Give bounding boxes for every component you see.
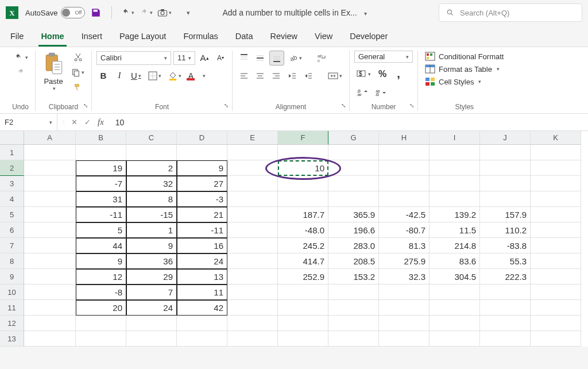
cell-J1[interactable] — [480, 145, 531, 160]
cell-D13[interactable] — [177, 331, 227, 347]
cell-I13[interactable] — [430, 331, 480, 347]
cell-J4[interactable] — [480, 191, 531, 207]
formula-input[interactable]: 10 — [110, 118, 588, 127]
alignment-dialog-launcher[interactable]: ⤡ — [340, 101, 347, 110]
column-header-D[interactable]: D — [177, 131, 227, 145]
cell-B11[interactable]: 20 — [76, 300, 126, 316]
cell-C11[interactable]: 24 — [126, 300, 177, 316]
cell-I7[interactable]: 214.8 — [430, 238, 480, 253]
cell-F9[interactable]: 252.9 — [278, 269, 328, 285]
cell-F1[interactable] — [278, 145, 328, 160]
cell-B6[interactable]: 5 — [76, 222, 126, 238]
column-header-H[interactable]: H — [379, 131, 430, 145]
cell-F3[interactable] — [278, 176, 328, 191]
decrease-indent-button[interactable] — [285, 69, 299, 83]
column-header-B[interactable]: B — [76, 131, 126, 145]
cell-B4[interactable]: 31 — [76, 191, 126, 207]
row-header-3[interactable]: 3 — [0, 176, 24, 191]
cell-G6[interactable]: 196.6 — [328, 222, 379, 238]
cell-A10[interactable] — [24, 285, 76, 300]
cell-F5[interactable]: 187.7 — [278, 207, 328, 222]
row-header-13[interactable]: 13 — [0, 331, 24, 347]
number-dialog-launcher[interactable]: ⤡ — [408, 101, 415, 110]
cell-A4[interactable] — [24, 191, 76, 207]
cell-D4[interactable]: -3 — [177, 191, 227, 207]
font-size-select[interactable]: 11▾ — [173, 51, 195, 65]
cell-C12[interactable] — [126, 316, 177, 331]
column-header-A[interactable]: A — [24, 131, 76, 145]
cell-G9[interactable]: 153.2 — [328, 269, 379, 285]
cell-J10[interactable] — [480, 285, 531, 300]
autosave-control[interactable]: AutoSave Off — [25, 7, 85, 18]
cell-I9[interactable]: 304.5 — [430, 269, 480, 285]
cell-E8[interactable] — [227, 253, 278, 269]
search-input[interactable]: Search (Alt+Q) — [439, 3, 582, 22]
row-header-11[interactable]: 11 — [0, 300, 24, 316]
cell-K8[interactable] — [531, 253, 581, 269]
cell-B8[interactable]: 9 — [76, 253, 126, 269]
tab-insert[interactable]: Insert — [79, 27, 105, 47]
cell-A3[interactable] — [24, 176, 76, 191]
tab-home[interactable]: Home — [38, 27, 66, 47]
cell-J13[interactable] — [480, 331, 531, 347]
cell-H11[interactable] — [379, 300, 430, 316]
autosave-toggle[interactable]: Off — [61, 7, 85, 18]
cell-H4[interactable] — [379, 191, 430, 207]
align-top-button[interactable] — [237, 51, 251, 65]
tab-review[interactable]: Review — [268, 27, 300, 47]
cell-K12[interactable] — [531, 316, 581, 331]
orientation-button[interactable]: ab▾ — [287, 51, 304, 65]
cell-F6[interactable]: -48.0 — [278, 222, 328, 238]
cell-I1[interactable] — [430, 145, 480, 160]
camera-button[interactable]: ▾ — [157, 5, 172, 20]
cell-H5[interactable]: -42.5 — [379, 207, 430, 222]
tab-page-layout[interactable]: Page Layout — [117, 27, 168, 47]
column-header-G[interactable]: G — [328, 131, 379, 145]
cell-A12[interactable] — [24, 316, 76, 331]
row-header-2[interactable]: 2 — [0, 160, 24, 176]
cell-J2[interactable] — [480, 160, 531, 176]
enter-formula-button[interactable]: ✓ — [82, 117, 93, 128]
fill-color-button[interactable]: ▾ — [166, 69, 184, 83]
cell-D1[interactable] — [177, 145, 227, 160]
cell-C4[interactable]: 8 — [126, 191, 177, 207]
name-box-dropdown-icon[interactable]: ▾ — [49, 120, 52, 125]
font-dialog-launcher[interactable]: ⤡ — [223, 101, 230, 110]
merge-center-button[interactable]: ▾ — [326, 69, 345, 83]
cell-E4[interactable] — [227, 191, 278, 207]
cell-E12[interactable] — [227, 316, 278, 331]
copy-button[interactable]: ▾ — [69, 66, 87, 79]
cell-K10[interactable] — [531, 285, 581, 300]
row-header-10[interactable]: 10 — [0, 285, 24, 300]
row-header-7[interactable]: 7 — [0, 238, 24, 253]
cell-E9[interactable] — [227, 269, 278, 285]
cell-H12[interactable] — [379, 316, 430, 331]
cell-D7[interactable]: 16 — [177, 238, 227, 253]
cell-A9[interactable] — [24, 269, 76, 285]
cell-A13[interactable] — [24, 331, 76, 347]
cell-G8[interactable]: 208.5 — [328, 253, 379, 269]
row-header-4[interactable]: 4 — [0, 191, 24, 207]
cell-F10[interactable] — [278, 285, 328, 300]
cell-C8[interactable]: 36 — [126, 253, 177, 269]
fx-menu-icon[interactable]: ⋮ — [61, 119, 67, 125]
cell-D2[interactable]: 9 — [177, 160, 227, 176]
cell-F13[interactable] — [278, 331, 328, 347]
number-format-select[interactable]: General▾ — [354, 51, 413, 63]
row-header-5[interactable]: 5 — [0, 207, 24, 222]
cell-K3[interactable] — [531, 176, 581, 191]
name-box[interactable]: F2 ▾ — [0, 114, 57, 130]
cell-K7[interactable] — [531, 238, 581, 253]
redo-dropdown-button[interactable] — [10, 66, 30, 79]
cell-A2[interactable] — [24, 160, 76, 176]
font-color-button[interactable]: A▾ — [186, 69, 208, 83]
row-header-8[interactable]: 8 — [0, 253, 24, 269]
cell-J11[interactable] — [480, 300, 531, 316]
align-middle-button[interactable] — [253, 51, 267, 65]
cell-I12[interactable] — [430, 316, 480, 331]
underline-button[interactable]: U▾ — [129, 68, 144, 83]
increase-font-button[interactable]: A▴ — [198, 51, 211, 65]
tab-view[interactable]: View — [312, 27, 335, 47]
cell-D6[interactable]: -11 — [177, 222, 227, 238]
spreadsheet-grid[interactable]: 12345678910111213 ABCDEFGHIJK 192910-732… — [0, 131, 588, 347]
